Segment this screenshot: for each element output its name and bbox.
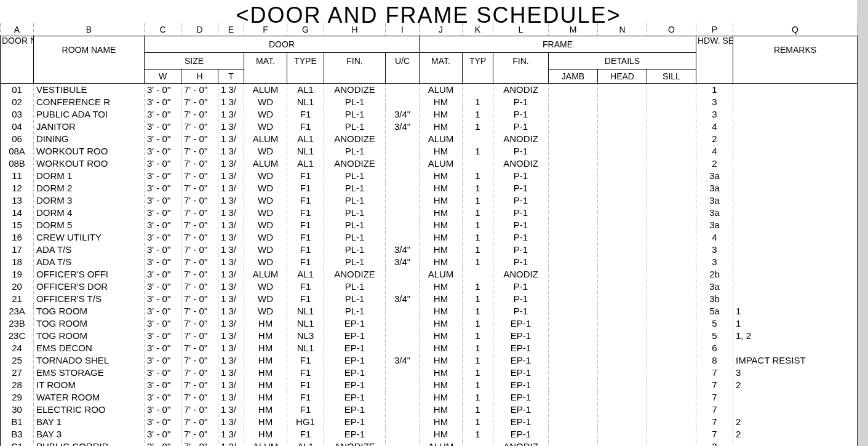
cell-head[interactable] <box>598 428 647 440</box>
cell-no[interactable]: 13 <box>1 194 34 207</box>
cell-dmat[interactable]: ALUM <box>244 440 287 446</box>
cell-head[interactable] <box>598 96 647 108</box>
cell-no[interactable]: 14 <box>1 207 34 219</box>
cell-jamb[interactable] <box>549 379 598 391</box>
cell-h[interactable]: 7' - 0" <box>181 330 218 342</box>
cell-ftyp[interactable] <box>463 84 493 97</box>
cell-hdw[interactable]: 4 <box>696 231 733 244</box>
cell-h[interactable]: 7' - 0" <box>181 428 218 440</box>
cell-no[interactable]: 28 <box>1 379 34 391</box>
cell-dmat[interactable]: WD <box>244 207 287 219</box>
table-row[interactable]: 15DORM 53' - 0"7' - 0"1 3/WDF1PL-1HM1P-1… <box>1 219 858 231</box>
cell-ffin[interactable]: P-1 <box>493 182 549 194</box>
cell-hdw[interactable]: 3a <box>696 182 733 194</box>
cell-dfin[interactable]: ANODIZE <box>324 157 386 170</box>
cell-dtype[interactable]: AL1 <box>287 440 324 446</box>
cell-uc[interactable] <box>386 391 420 404</box>
cell-hdw[interactable]: 3 <box>696 108 733 121</box>
cell-sill[interactable] <box>647 428 696 440</box>
cell-dtype[interactable]: F1 <box>287 293 324 305</box>
table-row[interactable]: 24EMS DECON3' - 0"7' - 0"1 3/HMNL1EP-1HM… <box>1 342 858 354</box>
cell-rem[interactable] <box>733 281 858 293</box>
cell-dmat[interactable]: WD <box>244 293 287 305</box>
table-row[interactable]: 16CREW UTILITY3' - 0"7' - 0"1 3/WDF1PL-1… <box>1 231 858 244</box>
cell-ffin[interactable]: P-1 <box>493 231 549 244</box>
table-row[interactable]: 18ADA T/S3' - 0"7' - 0"1 3/WDF1PL-13/4"H… <box>1 256 858 268</box>
cell-dfin[interactable]: ANODIZE <box>324 268 386 281</box>
cell-fmat[interactable]: HM <box>420 256 463 268</box>
cell-sill[interactable] <box>647 342 696 354</box>
cell-h[interactable]: 7' - 0" <box>181 354 218 367</box>
cell-h[interactable]: 7' - 0" <box>181 219 218 231</box>
cell-no[interactable]: 18 <box>1 256 34 268</box>
cell-hdw[interactable]: 7 <box>696 391 733 404</box>
cell-dmat[interactable]: WD <box>244 305 287 317</box>
cell-hdw[interactable]: 6 <box>696 342 733 354</box>
cell-sill[interactable] <box>647 145 696 157</box>
cell-dmat[interactable]: ALUM <box>244 268 287 281</box>
cell-ftyp[interactable] <box>463 157 493 170</box>
cell-dmat[interactable]: WD <box>244 170 287 182</box>
cell-ffin[interactable]: EP-1 <box>493 354 549 367</box>
cell-ffin[interactable]: P-1 <box>493 293 549 305</box>
cell-hdw[interactable]: 2b <box>696 268 733 281</box>
cell-sill[interactable] <box>647 157 696 170</box>
cell-w[interactable]: 3' - 0" <box>145 391 181 404</box>
cell-dmat[interactable]: WD <box>244 256 287 268</box>
cell-dfin[interactable]: PL-1 <box>324 145 386 157</box>
cell-ffin[interactable]: EP-1 <box>493 404 549 416</box>
cell-dtype[interactable]: F1 <box>287 121 324 133</box>
cell-uc[interactable] <box>386 194 420 207</box>
cell-jamb[interactable] <box>549 305 598 317</box>
cell-dmat[interactable]: HM <box>244 367 287 379</box>
cell-ffin[interactable]: P-1 <box>493 256 549 268</box>
cell-rem[interactable] <box>733 404 858 416</box>
cell-h[interactable]: 7' - 0" <box>181 256 218 268</box>
cell-h[interactable]: 7' - 0" <box>181 367 218 379</box>
cell-sill[interactable] <box>647 256 696 268</box>
cell-ffin[interactable]: EP-1 <box>493 428 549 440</box>
cell-jamb[interactable] <box>549 440 598 446</box>
cell-dtype[interactable]: F1 <box>287 108 324 121</box>
cell-dfin[interactable]: PL-1 <box>324 170 386 182</box>
cell-h[interactable]: 7' - 0" <box>181 157 218 170</box>
table-row[interactable]: 02CONFERENCE R3' - 0"7' - 0"1 3/WDNL1PL-… <box>1 96 858 108</box>
cell-ftyp[interactable]: 1 <box>463 194 493 207</box>
cell-dtype[interactable]: AL1 <box>287 84 324 97</box>
cell-rem[interactable] <box>733 207 858 219</box>
cell-w[interactable]: 3' - 0" <box>145 96 181 108</box>
cell-dfin[interactable]: EP-1 <box>324 342 386 354</box>
cell-w[interactable]: 3' - 0" <box>145 281 181 293</box>
cell-uc[interactable] <box>386 219 420 231</box>
cell-dfin[interactable]: PL-1 <box>324 207 386 219</box>
cell-ffin[interactable]: ANODIZ <box>493 133 549 145</box>
cell-fmat[interactable]: HM <box>420 231 463 244</box>
cell-head[interactable] <box>598 157 647 170</box>
cell-sill[interactable] <box>647 391 696 404</box>
cell-room[interactable]: IT ROOM <box>34 379 145 391</box>
cell-t[interactable]: 1 3/ <box>218 281 244 293</box>
cell-uc[interactable] <box>386 404 420 416</box>
cell-dfin[interactable]: EP-1 <box>324 416 386 428</box>
cell-room[interactable]: TORNADO SHEL <box>34 354 145 367</box>
cell-no[interactable]: 04 <box>1 121 34 133</box>
table-row[interactable]: 01VESTIBULE3' - 0"7' - 0"1 3/ALUMAL1ANOD… <box>1 84 858 97</box>
cell-uc[interactable]: 3/4" <box>386 244 420 256</box>
cell-t[interactable]: 1 3/ <box>218 84 244 97</box>
cell-ftyp[interactable]: 1 <box>463 404 493 416</box>
cell-ftyp[interactable]: 1 <box>463 145 493 157</box>
cell-jamb[interactable] <box>549 231 598 244</box>
cell-uc[interactable]: 3/4" <box>386 121 420 133</box>
cell-w[interactable]: 3' - 0" <box>145 428 181 440</box>
cell-no[interactable]: 17 <box>1 244 34 256</box>
cell-uc[interactable] <box>386 440 420 446</box>
cell-rem[interactable] <box>733 133 858 145</box>
cell-dfin[interactable]: EP-1 <box>324 317 386 330</box>
cell-dtype[interactable]: F1 <box>287 207 324 219</box>
cell-dmat[interactable]: WD <box>244 145 287 157</box>
cell-jamb[interactable] <box>549 404 598 416</box>
cell-jamb[interactable] <box>549 268 598 281</box>
cell-sill[interactable] <box>647 293 696 305</box>
cell-fmat[interactable]: HM <box>420 404 463 416</box>
cell-head[interactable] <box>598 440 647 446</box>
